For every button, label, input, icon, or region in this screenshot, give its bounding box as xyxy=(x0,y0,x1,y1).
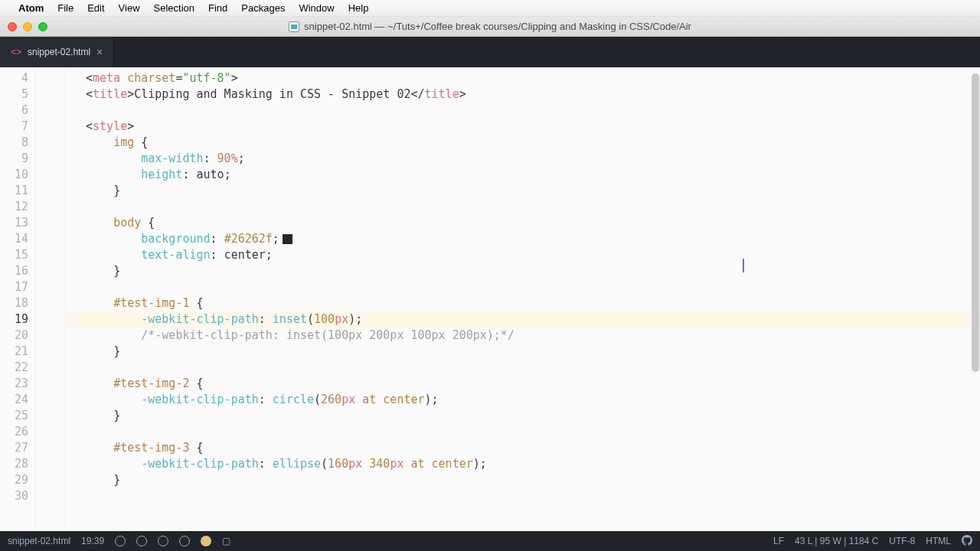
line-number[interactable]: 23 xyxy=(0,376,28,392)
line-number[interactable]: 10 xyxy=(0,167,28,183)
menu-window[interactable]: Window xyxy=(299,2,334,14)
status-filename[interactable]: snippet-02.html xyxy=(8,536,70,546)
menu-find[interactable]: Find xyxy=(208,2,227,14)
fold-column[interactable] xyxy=(35,67,66,531)
line-number[interactable]: 16 xyxy=(0,263,28,279)
line-number[interactable]: 4 xyxy=(0,70,28,86)
line-number[interactable]: 24 xyxy=(0,392,28,408)
code-line: text-align: center; xyxy=(86,247,980,263)
scrollbar-thumb[interactable] xyxy=(972,73,979,372)
line-number[interactable]: 30 xyxy=(0,488,28,504)
line-number[interactable]: 14 xyxy=(0,231,28,247)
code-line: } xyxy=(86,408,980,424)
code-line xyxy=(86,488,980,504)
code-line: /*-webkit-clip-path: inset(100px 200px 1… xyxy=(86,328,980,344)
tab-bar[interactable]: <> snippet-02.html × xyxy=(0,37,980,67)
window-controls xyxy=(8,22,47,31)
macos-menubar: Atom File Edit View Selection Find Packa… xyxy=(0,0,980,17)
menu-packages[interactable]: Packages xyxy=(241,2,285,14)
code-line: -webkit-clip-path: ellipse(160px 340px a… xyxy=(86,456,980,472)
code-line: max-width: 90%; xyxy=(86,151,980,167)
line-number[interactable]: 21 xyxy=(0,344,28,360)
code-line-current: -webkit-clip-path: inset(100px); xyxy=(66,311,980,328)
line-number[interactable]: 5 xyxy=(0,86,28,103)
window-title: snippet-02.html — ~/Tuts+/Coffee break c… xyxy=(289,21,691,32)
line-number[interactable]: 15 xyxy=(0,247,28,263)
status-linter-icon-3[interactable] xyxy=(158,536,168,546)
close-window-button[interactable] xyxy=(8,22,17,31)
code-line: } xyxy=(86,472,980,488)
status-language[interactable]: HTML xyxy=(926,536,951,546)
line-number[interactable]: 17 xyxy=(0,279,28,295)
line-number[interactable]: 6 xyxy=(0,103,28,119)
status-linter-warning-icon[interactable] xyxy=(201,536,211,546)
code-line: background: #26262f; xyxy=(86,231,980,247)
editor-window: snippet-02.html — ~/Tuts+/Coffee break c… xyxy=(0,17,980,551)
line-number[interactable]: 13 xyxy=(0,215,28,231)
status-file-stats[interactable]: 43 L | 95 W | 1184 C xyxy=(795,536,878,546)
vertical-scrollbar[interactable] xyxy=(971,67,980,531)
minimize-window-button[interactable] xyxy=(23,22,32,31)
code-line: <meta charset="utf-8"> xyxy=(86,70,980,86)
code-line xyxy=(86,279,980,295)
tab-filename: snippet-02.html xyxy=(28,47,90,57)
line-number[interactable]: 27 xyxy=(0,440,28,456)
menu-file[interactable]: File xyxy=(57,2,74,14)
code-line: #test-img-3 { xyxy=(86,440,980,456)
status-cursor-position[interactable]: 19:39 xyxy=(81,536,104,546)
code-content[interactable]: <meta charset="utf-8"> <title>Clipping a… xyxy=(66,67,980,531)
line-number[interactable]: 20 xyxy=(0,328,28,344)
app-name[interactable]: Atom xyxy=(18,2,44,14)
window-title-text: snippet-02.html — ~/Tuts+/Coffee break c… xyxy=(304,21,691,32)
status-package-icon[interactable]: ▢ xyxy=(222,536,230,546)
line-number[interactable]: 18 xyxy=(0,295,28,311)
code-line xyxy=(86,199,980,215)
window-titlebar[interactable]: snippet-02.html — ~/Tuts+/Coffee break c… xyxy=(0,17,980,37)
status-linter-icon-2[interactable] xyxy=(136,536,147,546)
menu-edit[interactable]: Edit xyxy=(87,2,104,14)
text-cursor xyxy=(743,259,744,272)
line-number[interactable]: 22 xyxy=(0,360,28,376)
status-encoding[interactable]: UTF-8 xyxy=(889,536,915,546)
zoom-window-button[interactable] xyxy=(38,22,47,31)
status-bar: snippet-02.html 19:39 ▢ LF 43 L | 95 W |… xyxy=(0,531,980,551)
file-icon xyxy=(289,21,299,32)
code-line: } xyxy=(86,183,980,199)
status-linter-icon-4[interactable] xyxy=(179,536,190,546)
code-line: -webkit-clip-path: circle(260px at cente… xyxy=(86,392,980,408)
line-number[interactable]: 7 xyxy=(0,119,28,135)
line-number[interactable]: 29 xyxy=(0,472,28,488)
line-number[interactable]: 9 xyxy=(0,151,28,167)
line-number[interactable]: 19 xyxy=(0,311,28,328)
code-line: <style> xyxy=(86,119,980,135)
code-line: body { xyxy=(86,215,980,231)
menu-help[interactable]: Help xyxy=(348,2,369,14)
code-line: #test-img-1 { xyxy=(86,295,980,311)
code-line: img { xyxy=(86,135,980,151)
tab-snippet02[interactable]: <> snippet-02.html × xyxy=(0,37,114,67)
menu-selection[interactable]: Selection xyxy=(154,2,194,14)
line-number[interactable]: 26 xyxy=(0,424,28,440)
line-number[interactable]: 12 xyxy=(0,199,28,215)
line-number[interactable]: 8 xyxy=(0,135,28,151)
color-swatch-icon xyxy=(283,234,292,244)
close-tab-button[interactable]: × xyxy=(96,46,103,58)
code-line: #test-img-2 { xyxy=(86,376,980,392)
github-icon[interactable] xyxy=(962,535,972,548)
code-line: } xyxy=(86,263,980,279)
menu-view[interactable]: View xyxy=(119,2,140,14)
html-file-icon: <> xyxy=(11,47,21,57)
status-lineending[interactable]: LF xyxy=(773,536,784,546)
line-number-gutter[interactable]: 4567891011121314151617181920212223242526… xyxy=(0,67,35,531)
editor-area[interactable]: 4567891011121314151617181920212223242526… xyxy=(0,67,980,531)
line-number[interactable]: 28 xyxy=(0,456,28,472)
code-line xyxy=(86,360,980,376)
code-line: <title>Clipping and Masking in CSS - Sni… xyxy=(86,86,980,103)
line-number[interactable]: 11 xyxy=(0,183,28,199)
line-number[interactable]: 25 xyxy=(0,408,28,424)
code-line: } xyxy=(86,344,980,360)
code-line xyxy=(86,103,980,119)
status-linter-icon-1[interactable] xyxy=(115,536,126,546)
code-line: height: auto; xyxy=(86,167,980,183)
code-line xyxy=(86,424,980,440)
